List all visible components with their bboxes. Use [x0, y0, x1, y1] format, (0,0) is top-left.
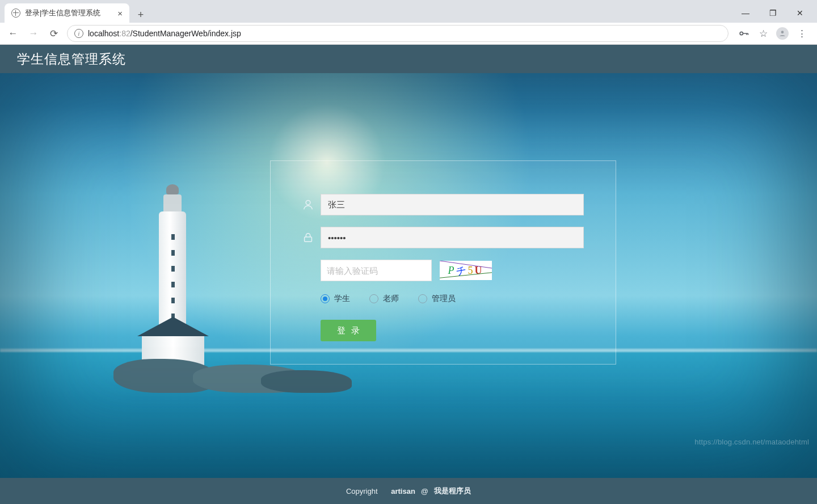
password-input[interactable] [321, 227, 584, 248]
login-button[interactable]: 登录 [321, 320, 376, 341]
radio-icon [418, 294, 427, 303]
page-footer: Copyright artisan @ 我是程序员 [0, 478, 817, 504]
lock-icon [296, 231, 321, 244]
url-input[interactable]: i localhost:82/StudentManagerWeb/index.j… [67, 25, 728, 42]
site-info-icon[interactable]: i [74, 29, 83, 38]
lighthouse-tower [159, 211, 186, 353]
radio-label: 学生 [334, 294, 350, 304]
close-window-icon[interactable]: ✕ [787, 5, 812, 22]
address-bar: ← → ⟳ i localhost:82/StudentManagerWeb/i… [0, 23, 817, 44]
tab-title: 登录|学生信息管理系统 [25, 9, 113, 18]
globe-icon [11, 9, 20, 18]
user-icon [296, 198, 321, 211]
footer-at: @ [421, 487, 428, 495]
url-port: :82 [119, 29, 130, 38]
url-text: localhost:82/StudentManagerWeb/index.jsp [88, 29, 241, 38]
svg-rect-3 [305, 237, 312, 242]
svg-point-1 [781, 31, 784, 33]
url-host: localhost [88, 29, 119, 38]
bookmark-star-icon[interactable]: ☆ [757, 27, 769, 40]
password-key-icon[interactable] [738, 27, 750, 40]
radio-icon [321, 294, 330, 303]
window-controls: — ❐ ✕ [733, 3, 812, 23]
footer-tagline: 我是程序员 [434, 486, 471, 496]
username-input[interactable] [321, 194, 584, 215]
back-icon[interactable]: ← [6, 26, 20, 41]
house-roof [137, 317, 209, 336]
maximize-icon[interactable]: ❐ [760, 5, 785, 22]
svg-point-2 [306, 200, 310, 205]
profile-avatar-icon[interactable] [776, 27, 789, 40]
role-radio-admin[interactable]: 管理员 [418, 294, 456, 304]
page-title: 学生信息管理系统 [17, 50, 126, 68]
footer-author: artisan [391, 487, 415, 495]
hero-background: P チ 5 U 学生 老师 管理员 [0, 73, 817, 478]
toolbar-right: ☆ ⋮ [734, 27, 811, 40]
radio-label: 管理员 [432, 294, 456, 304]
radio-label: 老师 [383, 294, 399, 304]
login-panel: P チ 5 U 学生 老师 管理员 [270, 160, 616, 365]
radio-icon [369, 294, 378, 303]
footer-copyright: Copyright [346, 487, 378, 495]
role-radio-teacher[interactable]: 老师 [369, 294, 399, 304]
page: 学生信息管理系统 [0, 45, 817, 504]
username-row [296, 194, 584, 215]
page-header: 学生信息管理系统 [0, 45, 817, 73]
captcha-input[interactable] [321, 260, 432, 281]
minimize-icon[interactable]: — [733, 5, 758, 22]
captcha-image[interactable]: P チ 5 U [440, 261, 492, 280]
forward-icon: → [26, 26, 41, 41]
role-radio-student[interactable]: 学生 [321, 294, 350, 304]
role-radio-group: 学生 老师 管理员 [321, 294, 584, 304]
captcha-row: P チ 5 U [321, 260, 584, 281]
svg-point-0 [740, 32, 743, 35]
password-row [296, 227, 584, 248]
close-tab-icon[interactable]: × [117, 9, 123, 18]
reload-icon[interactable]: ⟳ [47, 26, 61, 41]
sea-graphic [0, 349, 817, 478]
browser-tab[interactable]: 登录|学生信息管理系统 × [5, 3, 129, 23]
url-path: /StudentManagerWeb/index.jsp [130, 29, 241, 38]
new-tab-button[interactable]: + [133, 7, 149, 23]
kebab-menu-icon[interactable]: ⋮ [795, 27, 808, 40]
browser-chrome: 登录|学生信息管理系统 × + — ❐ ✕ ← → ⟳ i localhost:… [0, 0, 817, 45]
tab-strip: 登录|学生信息管理系统 × + — ❐ ✕ [0, 0, 817, 23]
